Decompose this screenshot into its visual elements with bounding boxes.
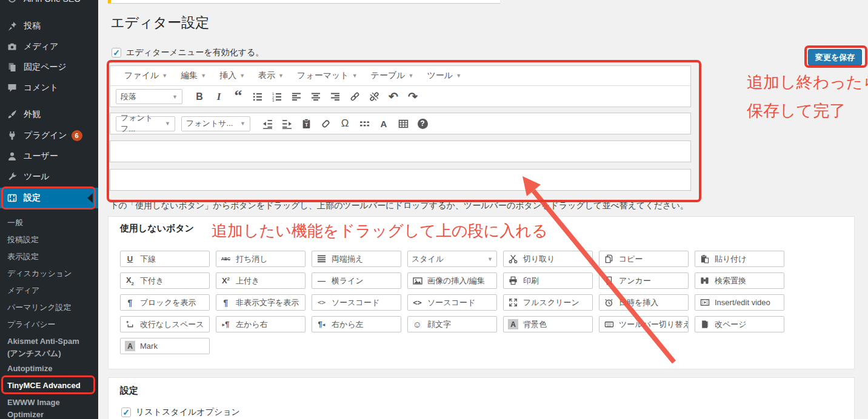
unused-button-source-code-2[interactable]: <> ソースコード xyxy=(407,294,497,311)
unused-button-fullscreen[interactable]: フルスクリーン xyxy=(503,294,593,311)
special-char-icon[interactable]: Ω xyxy=(336,116,354,131)
annotation-save-note-line1: 追加し終わったら xyxy=(747,73,868,91)
unused-button-print[interactable]: 印刷 xyxy=(503,272,593,289)
sidebar-item-comments[interactable]: コメント xyxy=(0,78,98,98)
sidebar-item-pages[interactable]: 固定ページ xyxy=(0,57,98,78)
main-content: エディター設定 ✓ エディターメニューを有効化する。 ファイル▼ 編集▼ 挿入▼… xyxy=(98,0,868,419)
unused-button-strikethrough[interactable]: ABC 打ち消し xyxy=(216,251,305,267)
sidebar-item-appearance[interactable]: 外観 xyxy=(0,104,98,125)
italic-icon[interactable]: I xyxy=(210,89,228,105)
font-size-select[interactable]: フォントサ...▼ xyxy=(181,116,250,131)
empty-toolbar-row-2[interactable] xyxy=(110,169,691,191)
unused-button-paste[interactable]: 貼り付け xyxy=(695,251,784,267)
unused-button-source-code[interactable]: <> ソースコード xyxy=(312,294,401,311)
unused-button-justify[interactable]: 両端揃え xyxy=(312,251,401,267)
menu-tools[interactable]: ツール▼ xyxy=(420,70,468,81)
list-style-option-checkbox[interactable]: ✓ xyxy=(121,407,131,417)
unused-button-ltr[interactable]: ▸¶ 左から右 xyxy=(216,316,305,332)
unused-button-page-break[interactable]: 改ページ xyxy=(695,316,784,332)
align-left-icon[interactable] xyxy=(287,89,305,105)
paragraph-select[interactable]: 段落▼ xyxy=(116,89,182,104)
submenu-privacy[interactable]: プライバシー xyxy=(7,318,91,331)
settings-panel: 設定 ✓ リストスタイルオプション xyxy=(108,377,855,419)
unused-button-toolbar-toggle[interactable]: ツールバー切り替え xyxy=(599,316,689,332)
bullet-list-icon[interactable] xyxy=(249,89,267,105)
bold-icon[interactable]: B xyxy=(190,89,209,105)
submenu-akismet[interactable]: Akismet Anti-Spam (アンチスパム) xyxy=(7,335,91,360)
text-color-icon[interactable]: A xyxy=(375,116,393,131)
unused-button-style-select[interactable]: スタイル ▼ xyxy=(407,251,497,267)
enable-editor-menu-checkbox[interactable]: ✓ xyxy=(112,48,121,58)
menu-file[interactable]: ファイル▼ xyxy=(118,70,174,81)
align-right-icon[interactable] xyxy=(326,89,344,105)
unused-button-show-blocks[interactable]: ¶ ブロックを表示 xyxy=(120,294,210,311)
sidebar-item-media[interactable]: メディア xyxy=(0,36,98,57)
editor-menubar: ファイル▼ 編集▼ 挿入▼ 表示▼ フォーマット▼ テーブル▼ ツール▼ xyxy=(110,66,690,86)
settings-panel-title: 設定 xyxy=(120,385,138,397)
remove-format-icon[interactable] xyxy=(316,116,335,131)
submenu-tinymce-advanced[interactable]: TinyMCE Advanced xyxy=(7,380,91,392)
menu-view[interactable]: 表示▼ xyxy=(252,70,290,81)
list-style-option-label: リストスタイルオプション xyxy=(136,407,240,418)
unused-button-show-invisibles[interactable]: ¶ 非表示文字を表示 xyxy=(216,294,305,311)
unused-button-image[interactable]: 画像の挿入/編集 xyxy=(407,272,497,289)
blockquote-icon[interactable]: “ xyxy=(229,89,247,105)
unused-button-insert-datetime[interactable]: 日時を挿入 xyxy=(599,294,689,311)
menu-insert[interactable]: 挿入▼ xyxy=(213,70,252,81)
submenu-writing[interactable]: 投稿設定 xyxy=(7,234,91,246)
sidebar-item-posts[interactable]: 投稿 xyxy=(0,16,98,36)
read-more-icon[interactable] xyxy=(355,116,373,131)
sidebar-item-settings[interactable]: 設定 xyxy=(0,188,98,208)
menu-format[interactable]: フォーマット▼ xyxy=(290,70,364,81)
sidebar-item-all-in-one-seo[interactable]: All in One SEO xyxy=(0,0,98,9)
outdent-icon[interactable] xyxy=(258,116,276,131)
submenu-ewww-image-optimizer[interactable]: EWWW Image Optimizer xyxy=(7,397,91,419)
sidebar-item-label: メディア xyxy=(24,41,58,52)
paste-as-text-icon[interactable]: T xyxy=(297,116,315,131)
align-center-icon[interactable] xyxy=(307,89,325,105)
unlink-icon[interactable] xyxy=(365,89,383,105)
menu-table[interactable]: テーブル▼ xyxy=(364,70,421,81)
unused-button-mark[interactable]: A Mark xyxy=(120,338,210,354)
table-icon[interactable] xyxy=(394,116,412,131)
save-changes-button[interactable]: 変更を保存 xyxy=(808,49,862,65)
submenu-permalinks[interactable]: パーマリンク設定 xyxy=(7,302,91,314)
seo-icon xyxy=(6,0,18,4)
sidebar-item-users[interactable]: ユーザー xyxy=(0,146,98,167)
unused-button-rtl[interactable]: ¶◂ 右から左 xyxy=(312,316,401,332)
empty-toolbar-row-1[interactable] xyxy=(110,140,691,162)
submenu-autoptimize[interactable]: Autoptimize xyxy=(7,363,91,375)
sidebar-item-plugins[interactable]: プラグイン 6 xyxy=(0,125,98,146)
unused-button-nonbreaking-space[interactable]: 改行なしスペース xyxy=(120,316,210,332)
submenu-general[interactable]: 一般 xyxy=(7,217,91,229)
unused-button-cut[interactable]: 切り取り xyxy=(503,251,593,267)
unused-button-subscript[interactable]: X2 下付き xyxy=(120,272,210,289)
font-family-select[interactable]: フォントフ...▼ xyxy=(116,116,175,131)
unused-button-search-replace[interactable]: 検索置換 xyxy=(695,272,784,289)
chevron-down-icon: ▼ xyxy=(352,73,358,79)
help-icon[interactable]: ? xyxy=(413,116,432,131)
notice-remnant xyxy=(108,0,500,3)
anchor-icon xyxy=(603,275,615,286)
redo-icon[interactable]: ↷ xyxy=(404,89,422,105)
undo-icon[interactable]: ↶ xyxy=(384,89,402,105)
sidebar-item-tools[interactable]: ツール xyxy=(0,167,98,187)
unused-button-copy[interactable]: コピー xyxy=(599,251,689,267)
link-icon[interactable] xyxy=(346,89,364,105)
svg-text:T: T xyxy=(304,121,308,127)
unused-button-emoticons[interactable]: ☺ 顔文字 xyxy=(407,316,497,332)
unused-button-horizontal-line[interactable]: — 横ライン xyxy=(312,272,401,289)
numbered-list-icon[interactable]: 123 xyxy=(268,89,286,105)
unused-button-anchor[interactable]: アンカー xyxy=(599,272,689,289)
admin-sidebar: All in One SEO 投稿 メディア 固定ページ コメント 外観 プラグ… xyxy=(0,0,98,419)
submenu-reading[interactable]: 表示設定 xyxy=(7,251,91,263)
unused-button-insert-video[interactable]: Insert/edit video xyxy=(695,294,784,311)
indent-icon[interactable] xyxy=(278,116,296,131)
menu-edit[interactable]: 編集▼ xyxy=(174,70,213,81)
submenu-media[interactable]: メディア xyxy=(7,285,91,297)
submenu-discussion[interactable]: ディスカッション xyxy=(7,268,91,280)
unused-button-background-color[interactable]: A 背景色 xyxy=(503,316,593,332)
unused-button-superscript[interactable]: X2 上付き xyxy=(216,272,305,289)
enable-editor-menu-row: ✓ エディターメニューを有効化する。 xyxy=(112,47,264,58)
unused-button-underline[interactable]: U 下線 xyxy=(120,251,210,267)
